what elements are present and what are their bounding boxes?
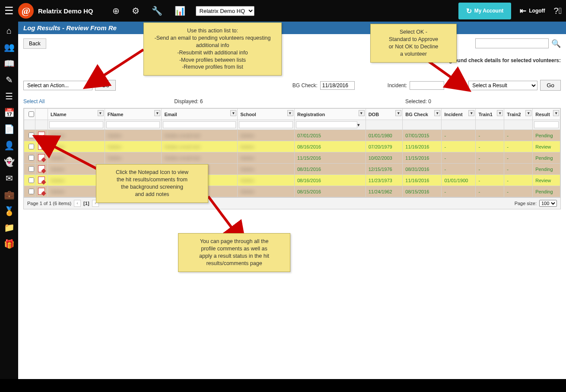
cell-fname: hidden xyxy=(105,130,162,141)
cell-school: hidden xyxy=(238,130,295,141)
chevron-down-icon[interactable]: ▾ xyxy=(154,110,160,116)
cell-train1: - xyxy=(476,130,504,141)
filter-result[interactable] xyxy=(534,121,559,128)
notepad-icon[interactable] xyxy=(38,132,45,139)
my-account-button[interactable]: ↻ My Account xyxy=(458,3,512,19)
cell-school: hidden xyxy=(238,152,295,164)
cell-registration: 08/31/2016 xyxy=(294,164,366,175)
logoff-button[interactable]: ⇤ Logoff xyxy=(520,6,545,16)
select-all-link[interactable]: Select All xyxy=(23,98,45,104)
notepad-icon[interactable] xyxy=(38,188,45,195)
filter-registration[interactable] xyxy=(296,121,357,128)
col-email[interactable]: Email▾ xyxy=(162,109,238,120)
calendar-icon[interactable]: 📅 xyxy=(3,107,16,118)
hamburger-icon[interactable]: ☰ xyxy=(4,5,14,17)
chevron-down-icon[interactable]: ▾ xyxy=(287,110,293,116)
col-school[interactable]: School▾ xyxy=(238,109,295,120)
svg-line-7 xyxy=(208,196,234,231)
cell-incident: - xyxy=(442,141,476,152)
chart-icon[interactable]: 📊 xyxy=(175,6,185,16)
pager-summary: Page 1 of 1 (6 items) xyxy=(27,201,71,206)
refresh-icon: ↻ xyxy=(466,7,472,15)
col-notepad xyxy=(35,109,48,120)
ghost-icon[interactable]: 👻 xyxy=(3,156,16,168)
cell-email: hidden email text xyxy=(162,141,238,152)
cell-dob: 12/15/1976 xyxy=(366,164,403,175)
action-select[interactable]: Select an Action... xyxy=(23,81,92,90)
logoff-label: Logoff xyxy=(529,8,545,14)
result-go-button[interactable]: Go xyxy=(540,80,561,91)
list-icon[interactable]: ☰ xyxy=(3,91,16,102)
app-logo[interactable]: @ xyxy=(18,3,34,19)
book-icon[interactable]: 📖 xyxy=(3,58,16,69)
row-checkbox[interactable] xyxy=(29,189,34,194)
col-dob[interactable]: DOB▾ xyxy=(366,109,403,120)
plus-icon[interactable]: ⊕ xyxy=(112,6,120,16)
col-train1[interactable]: Train1▾ xyxy=(476,109,504,120)
col-train2[interactable]: Train2▾ xyxy=(504,109,533,120)
chevron-down-icon[interactable]: ▾ xyxy=(497,110,503,116)
chevron-down-icon[interactable]: ▾ xyxy=(357,122,360,127)
col-bgcheck[interactable]: BG Check▾ xyxy=(403,109,442,120)
home-icon[interactable]: ⌂ xyxy=(3,25,16,36)
col-incident[interactable]: Incident▾ xyxy=(442,109,476,120)
svg-line-1 xyxy=(100,50,143,78)
mail-icon[interactable]: ✉ xyxy=(3,173,16,184)
cell-bgcheck: 07/01/2015 xyxy=(403,130,442,141)
filter-email[interactable] xyxy=(163,121,236,128)
page-title: Log Results - Review From Re xyxy=(18,22,566,34)
result-select[interactable]: Select a Result xyxy=(468,81,537,90)
search-input[interactable] xyxy=(475,38,549,48)
bg-check-input[interactable] xyxy=(320,81,355,90)
people-icon[interactable]: 👥 xyxy=(3,41,16,53)
row-checkbox[interactable] xyxy=(29,144,34,149)
col-registration[interactable]: Registration▾ xyxy=(294,109,366,120)
chevron-down-icon[interactable]: ▾ xyxy=(553,110,559,116)
page-size-label: Page size: xyxy=(515,201,537,206)
chevron-down-icon[interactable]: ▾ xyxy=(359,110,365,116)
filter-fname[interactable] xyxy=(106,121,160,128)
user-icon[interactable]: 👤 xyxy=(3,140,16,151)
col-fname[interactable]: FName▾ xyxy=(105,109,162,120)
row-checkbox[interactable] xyxy=(29,133,34,138)
col-result[interactable]: Result▾ xyxy=(533,109,560,120)
briefcase-icon[interactable]: 💼 xyxy=(3,189,16,200)
cell-incident: 01/01/1900 xyxy=(442,175,476,186)
chevron-down-icon[interactable]: ▾ xyxy=(468,110,474,116)
edit-icon[interactable]: ✎ xyxy=(3,74,16,85)
notepad-icon[interactable] xyxy=(38,177,45,183)
cell-train2: - xyxy=(504,141,533,152)
folder-icon[interactable]: 📁 xyxy=(3,222,16,233)
row-checkbox[interactable] xyxy=(29,177,34,183)
gear-icon[interactable]: ⚙ xyxy=(132,6,140,16)
gift-icon[interactable]: 🎁 xyxy=(3,238,16,250)
page-size-select[interactable]: 100 xyxy=(539,200,557,207)
cell-school: hidden xyxy=(238,175,295,186)
pager-prev[interactable]: ‹ xyxy=(74,200,81,207)
wrench-icon[interactable]: 🔧 xyxy=(152,6,162,16)
chevron-down-icon[interactable]: ▾ xyxy=(525,110,531,116)
chevron-down-icon[interactable]: ▾ xyxy=(230,110,236,116)
col-lname[interactable]: LName▾ xyxy=(48,109,105,120)
chevron-down-icon[interactable]: ▾ xyxy=(434,110,440,116)
cell-registration: 08/15/2016 xyxy=(294,186,366,197)
help-icon[interactable]: ?⃝ xyxy=(554,6,562,16)
filter-school[interactable] xyxy=(239,121,293,128)
pager-current: [1] xyxy=(83,201,89,206)
arrow-to-notepad xyxy=(44,140,105,176)
back-button[interactable]: Back xyxy=(23,38,46,49)
cell-school: hidden xyxy=(238,164,295,175)
row-checkbox[interactable] xyxy=(29,155,34,161)
badge-icon[interactable]: 🏅 xyxy=(3,205,16,217)
context-select[interactable]: Relatrix Demo HQ xyxy=(196,6,254,16)
cell-dob: 01/01/1980 xyxy=(366,130,403,141)
filter-lname[interactable] xyxy=(49,121,103,128)
row-checkbox[interactable] xyxy=(29,166,34,172)
col-checkbox xyxy=(24,109,35,120)
chevron-down-icon[interactable]: ▾ xyxy=(395,110,401,116)
select-all-checkbox[interactable] xyxy=(29,111,34,117)
search-icon[interactable]: 🔍 xyxy=(551,39,561,48)
docs-icon[interactable]: 📄 xyxy=(3,123,16,135)
chevron-down-icon[interactable]: ▾ xyxy=(98,110,104,116)
cell-train1: - xyxy=(476,164,504,175)
